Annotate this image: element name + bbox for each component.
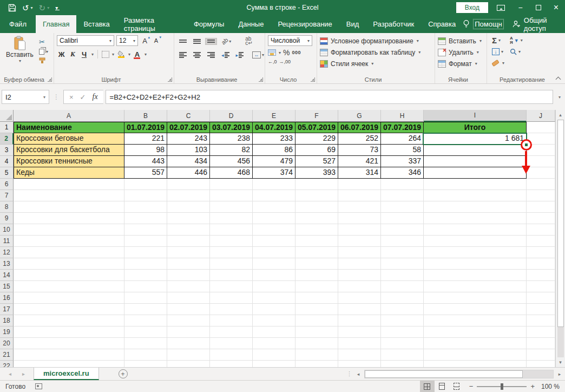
- row-header-17[interactable]: 17: [0, 304, 14, 315]
- cell-B2[interactable]: 221: [124, 133, 167, 145]
- cell-G3[interactable]: 73: [338, 145, 381, 156]
- cell-J21[interactable]: [527, 349, 555, 361]
- cell-C15[interactable]: [167, 281, 210, 292]
- cell-G22[interactable]: [338, 361, 381, 367]
- cancel-formula-button[interactable]: ×: [69, 93, 74, 101]
- cell-B3[interactable]: 98: [124, 145, 167, 156]
- cell-A21[interactable]: [14, 349, 124, 361]
- cut-button[interactable]: ✂: [39, 38, 48, 46]
- sort-filter-button[interactable]: АЯ▼▾: [510, 35, 523, 45]
- cell-H13[interactable]: [381, 258, 424, 270]
- column-header-H[interactable]: H: [381, 110, 424, 122]
- cell-H6[interactable]: [381, 179, 424, 190]
- tab-developer[interactable]: Разработчик: [366, 15, 421, 33]
- cell-G16[interactable]: [338, 292, 381, 304]
- cell-F5[interactable]: 393: [295, 167, 338, 179]
- cell-J8[interactable]: [527, 201, 555, 213]
- cell-H12[interactable]: [381, 247, 424, 258]
- insert-cells-button[interactable]: Вставить▾: [438, 35, 484, 47]
- format-cells-button[interactable]: Формат▾: [438, 58, 484, 69]
- cell-F8[interactable]: [295, 201, 338, 213]
- decrease-font-button[interactable]: A: [152, 36, 161, 45]
- align-right-button[interactable]: [205, 50, 217, 60]
- cell-G6[interactable]: [338, 179, 381, 190]
- conditional-formatting-button[interactable]: Условное форматирование▾: [320, 35, 432, 47]
- cell-A10[interactable]: [14, 224, 124, 236]
- cell-H7[interactable]: [381, 190, 424, 201]
- row-header-21[interactable]: 21: [0, 349, 14, 361]
- cell-E7[interactable]: [253, 190, 295, 201]
- cell-G1[interactable]: 06.07.2019: [338, 122, 381, 133]
- cell-D1[interactable]: 03.07.2019: [210, 122, 253, 133]
- cell-I20[interactable]: [424, 338, 527, 349]
- hscroll-left-arrow[interactable]: ◂: [354, 370, 363, 378]
- cell-G20[interactable]: [338, 338, 381, 349]
- cell-G10[interactable]: [338, 224, 381, 236]
- cell-F15[interactable]: [295, 281, 338, 292]
- cell-A17[interactable]: [14, 304, 124, 315]
- cell-C19[interactable]: [167, 326, 210, 338]
- cell-C14[interactable]: [167, 270, 210, 281]
- vertical-scrollbar[interactable]: ▴ ▾: [555, 110, 565, 367]
- maximize-button[interactable]: [529, 0, 547, 15]
- row-header-4[interactable]: 4: [0, 156, 14, 167]
- cell-E13[interactable]: [253, 258, 295, 270]
- cell-F3[interactable]: 69: [295, 145, 338, 156]
- tab-insert[interactable]: Вставка: [76, 15, 116, 33]
- align-middle-button[interactable]: [191, 37, 203, 45]
- cell-J15[interactable]: [527, 281, 555, 292]
- cell-D11[interactable]: [210, 236, 253, 247]
- cell-E2[interactable]: 233: [253, 133, 295, 145]
- format-painter-button[interactable]: [39, 57, 48, 64]
- column-header-F[interactable]: F: [295, 110, 338, 122]
- cell-E10[interactable]: [253, 224, 295, 236]
- column-header-D[interactable]: D: [210, 110, 253, 122]
- row-header-16[interactable]: 16: [0, 292, 14, 304]
- cell-E5[interactable]: 374: [253, 167, 295, 179]
- cell-E4[interactable]: 479: [253, 156, 295, 167]
- merge-center-button[interactable]: ⇔▾: [250, 50, 266, 60]
- row-header-12[interactable]: 12: [0, 247, 14, 258]
- cell-D20[interactable]: [210, 338, 253, 349]
- cell-E11[interactable]: [253, 236, 295, 247]
- cell-A5[interactable]: Кеды: [14, 167, 124, 179]
- row-header-1[interactable]: 1: [0, 122, 14, 133]
- cell-C7[interactable]: [167, 190, 210, 201]
- cell-J19[interactable]: [527, 326, 555, 338]
- tab-page-layout[interactable]: Разметка страницы: [117, 15, 187, 33]
- cell-C6[interactable]: [167, 179, 210, 190]
- cell-D5[interactable]: 468: [210, 167, 253, 179]
- cell-D21[interactable]: [210, 349, 253, 361]
- tab-view[interactable]: Вид: [339, 15, 366, 33]
- cell-D8[interactable]: [210, 201, 253, 213]
- cell-G5[interactable]: 314: [338, 167, 381, 179]
- tab-review[interactable]: Рецензирование: [271, 15, 339, 33]
- decrease-decimal-button[interactable]: →,00: [279, 59, 291, 64]
- customize-qat-icon[interactable]: ▾: [55, 5, 60, 10]
- underline-button[interactable]: Ч: [80, 49, 89, 59]
- row-header-8[interactable]: 8: [0, 201, 14, 213]
- cell-F19[interactable]: [295, 326, 338, 338]
- cell-B6[interactable]: [124, 179, 167, 190]
- cell-D22[interactable]: [210, 361, 253, 367]
- cell-E9[interactable]: [253, 213, 295, 224]
- cell-J2[interactable]: [527, 133, 555, 145]
- cell-F9[interactable]: [295, 213, 338, 224]
- align-top-button[interactable]: [177, 38, 189, 45]
- cell-I17[interactable]: [424, 304, 527, 315]
- page-layout-view-button[interactable]: [435, 381, 449, 392]
- row-header-13[interactable]: 13: [0, 258, 14, 270]
- cell-A14[interactable]: [14, 270, 124, 281]
- cell-C3[interactable]: 103: [167, 145, 210, 156]
- cell-D2[interactable]: 238: [210, 133, 253, 145]
- find-select-button[interactable]: ▾: [510, 47, 523, 57]
- cell-A8[interactable]: [14, 201, 124, 213]
- cell-C13[interactable]: [167, 258, 210, 270]
- zoom-slider[interactable]: [477, 386, 527, 387]
- cell-G14[interactable]: [338, 270, 381, 281]
- cell-E18[interactable]: [253, 315, 295, 326]
- cell-H2[interactable]: 264: [381, 133, 424, 145]
- cell-E19[interactable]: [253, 326, 295, 338]
- cell-G7[interactable]: [338, 190, 381, 201]
- fill-button[interactable]: ↓▾: [492, 47, 504, 57]
